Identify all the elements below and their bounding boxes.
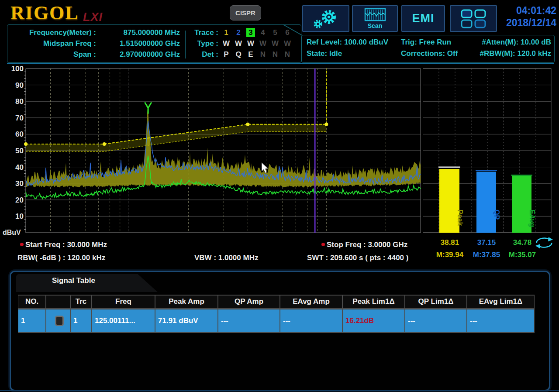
col-header-Peak Amp: Peak Amp	[155, 295, 218, 309]
cell-eavg-amp: ---	[280, 309, 342, 333]
span-label: Span :	[17, 49, 96, 60]
meter-value-peak: 38.81	[430, 238, 469, 247]
header-divider	[7, 63, 554, 64]
detector-6: N	[281, 49, 293, 60]
col-header-QP Amp: QP Amp	[218, 295, 280, 309]
detector-2: Q	[232, 49, 245, 60]
signal-table-tab-label: Signal Table	[52, 276, 95, 285]
vbw-readout: VBW : 1.0000 MHz	[194, 254, 258, 262]
svg-text:Peak: Peak	[456, 210, 464, 226]
trace-label: Trace :	[190, 27, 218, 38]
detector-row: PQENNN	[220, 49, 293, 60]
trace-type-label: Type :	[190, 38, 218, 49]
emi-analyzer-screen: RIGOL LXI CISPR Scan EMI	[0, 0, 559, 392]
detector-1: P	[220, 49, 232, 60]
col-header-QP Lim1Δ: QP Lim1Δ	[405, 295, 467, 309]
midspan-freq-label: Midspan Freq :	[17, 38, 96, 49]
swt-readout: SWT : 209.600 s ( pts : 4400 )	[307, 254, 408, 262]
scan-button-label: Scan	[368, 22, 382, 29]
meter-maxhold-eavg: M:35.07	[503, 251, 542, 259]
refresh-icon[interactable]	[534, 237, 555, 248]
meter-maxhold-qp: M:37.85	[467, 251, 506, 259]
trace-type-1: W	[220, 38, 232, 49]
meter-maxhold-peak: M:39.94	[430, 251, 469, 259]
stop-freq-readout: Stop Freq : 3.0000 GHz	[321, 241, 407, 249]
checkbox-cell	[46, 309, 70, 333]
signal-row-1[interactable]: 11125.00111...71.91 dBuV------16.21dB---…	[18, 309, 535, 333]
gear-icon	[312, 8, 339, 29]
trace-type-row: WWWWWW	[220, 38, 293, 49]
grid-icon	[460, 9, 487, 29]
info-separator	[185, 31, 186, 58]
cell-peak-amp: 71.91 dBuV	[155, 309, 218, 333]
trace-3-indicator[interactable]: 3	[246, 28, 255, 37]
cell-qp-amp: ---	[218, 309, 280, 333]
trace-5-indicator[interactable]: 5	[269, 27, 281, 38]
corrections-value: Corrections: Off	[401, 48, 479, 59]
clock-date: 2018/12/14	[495, 17, 556, 29]
col-header-EAvg Lim1Δ: EAvg Lim1Δ	[467, 295, 535, 309]
cell-peak-lim1-: 16.21dB	[342, 309, 405, 333]
signal-table-header-row: NO.TrcFreqPeak AmpQP AmpEAvg AmpPeak Lim…	[18, 295, 535, 309]
screen-bottom-edge	[0, 390, 559, 391]
start-freq-coupled-dot	[20, 243, 24, 246]
start-freq-readout: Start Freq : 30.000 MHz	[20, 241, 107, 249]
row-checkbox[interactable]	[55, 316, 64, 326]
emi-button-label: EMI	[412, 12, 434, 25]
detector-5: N	[269, 49, 281, 60]
trace-6-indicator[interactable]: 6	[281, 27, 293, 38]
trigger-value: Trig: Free Run	[401, 37, 479, 48]
svg-text:EAvg: EAvg	[528, 210, 536, 227]
rbw-readout: RBW( -6dB ) : 120.00 kHz	[17, 254, 105, 262]
col-header-NO.: NO.	[18, 295, 46, 309]
signal-table-body: 11125.00111...71.91 dBuV------16.21dB---…	[18, 309, 535, 333]
svg-text:QP: QP	[493, 210, 500, 220]
span-value: 2.970000000 GHz	[97, 49, 180, 60]
cell-no-: 1	[18, 309, 46, 333]
meter-value-qp: 37.15	[467, 238, 506, 247]
meter-freq-label: Frequency(Meter) :	[17, 27, 96, 38]
trace-1-indicator[interactable]: 1	[220, 27, 232, 38]
col-header-EAvg Amp: EAvg Amp	[280, 295, 342, 309]
trace-4-indicator[interactable]: 4	[257, 27, 269, 38]
trace-number-row[interactable]: 123456	[220, 27, 293, 38]
detector-3: E	[245, 49, 257, 60]
trace-type-6: W	[281, 38, 293, 49]
emi-mode-button[interactable]: EMI	[401, 5, 445, 32]
scan-button[interactable]: Scan	[352, 5, 398, 32]
trace-type-3: W	[245, 38, 257, 49]
trace-2-indicator[interactable]: 2	[232, 27, 245, 38]
ref-level-value: Ref Level: 100.00 dBuV	[307, 37, 399, 48]
clock-time: 04:01:42	[495, 5, 556, 17]
trace-type-5: W	[269, 38, 281, 49]
spectrum-plot	[0, 65, 423, 239]
trace-type-2: W	[232, 38, 245, 49]
cispr-button[interactable]: CISPR	[230, 5, 261, 21]
rbw-meter-value: #RBW(M): 120.0 kHz	[474, 48, 551, 59]
meter-bar-panel: PeakQPEAvg	[423, 65, 554, 239]
detector-4: N	[257, 49, 269, 60]
trace-type-4: W	[257, 38, 269, 49]
signal-table-panel: Signal Table NO.TrcFreqPeak AmpQP AmpEAv…	[10, 271, 550, 391]
settings-button[interactable]	[302, 5, 349, 32]
detector-label: Det :	[190, 49, 218, 60]
rigol-logo: RIGOL	[10, 2, 79, 24]
lxi-badge: LXI	[83, 10, 103, 24]
midspan-freq-value: 1.515000000 GHz	[97, 38, 180, 49]
signal-table: NO.TrcFreqPeak AmpQP AmpEAvg AmpPeak Lim…	[18, 295, 535, 333]
cell-freq: 125.00111...	[92, 309, 155, 333]
cell-trc: 1	[70, 309, 92, 333]
atten-value: #Atten(M): 10.00 dB	[474, 37, 551, 48]
col-header-select	[46, 295, 70, 309]
cell-eavg-lim1-: ---	[467, 309, 535, 333]
col-header-Freq: Freq	[92, 295, 155, 309]
cell-qp-lim1-: ---	[405, 309, 467, 333]
stop-freq-coupled-dot	[321, 243, 325, 246]
meter-bar-qp	[476, 172, 496, 233]
layout-grid-button[interactable]	[450, 5, 497, 32]
col-header-Peak Lim1Δ: Peak Lim1Δ	[342, 295, 405, 309]
meter-freq-value: 875.000000 MHz	[97, 27, 180, 38]
col-header-Trc: Trc	[70, 295, 92, 309]
state-value: State: Idle	[307, 48, 399, 59]
scan-waveform-icon	[364, 8, 386, 22]
